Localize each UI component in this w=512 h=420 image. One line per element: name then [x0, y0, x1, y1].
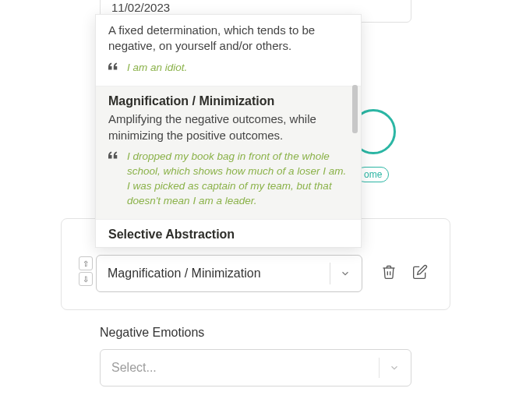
negative-emotions-select[interactable]: Select...	[100, 349, 411, 386]
tag-chip[interactable]: ome	[357, 167, 389, 182]
scrollbar-thumb[interactable]	[352, 85, 358, 133]
arrow-down-icon: ⇩	[83, 275, 89, 284]
arrow-up-icon: ⇧	[83, 259, 89, 268]
trash-icon	[381, 264, 397, 280]
date-value: 11/02/2023	[111, 1, 170, 14]
quote-icon	[108, 62, 119, 72]
distortion-example: I am an idiot.	[127, 61, 187, 76]
distortion-title: Selective Abstraction	[108, 228, 348, 242]
distortion-example: I dropped my book bag in front of the wh…	[127, 150, 348, 209]
delete-button[interactable]	[381, 264, 397, 280]
edit-icon	[412, 264, 428, 280]
move-down-button[interactable]: ⇩	[79, 272, 93, 286]
negative-emotions-section: Negative Emotions Select...	[100, 326, 411, 386]
distortion-desc: A fixed determination, which tends to be…	[108, 23, 348, 55]
distortion-select[interactable]: Magnification / Minimization	[96, 255, 362, 292]
distortion-option[interactable]: Magnification / Minimization Amplifying …	[96, 86, 361, 220]
reorder-controls: ⇧ ⇩	[79, 256, 94, 288]
distortion-title: Magnification / Minimization	[108, 94, 348, 108]
distortion-option[interactable]: A fixed determination, which tends to be…	[96, 15, 361, 86]
distortion-desc: Amplifying the negative outcomes, while …	[108, 111, 348, 143]
negative-emotions-label: Negative Emotions	[100, 326, 411, 340]
distortion-select-value: Magnification / Minimization	[108, 266, 261, 281]
quote-icon	[108, 151, 119, 161]
negative-emotions-placeholder: Select...	[111, 361, 157, 375]
move-up-button[interactable]: ⇧	[79, 256, 93, 270]
distortion-dropdown-menu: A fixed determination, which tends to be…	[95, 14, 362, 248]
distortion-option[interactable]: Selective Abstraction Missing the big pi…	[96, 220, 361, 247]
distortion-desc: Missing the big picture and getting lost…	[108, 245, 348, 247]
tag-chip-label: ome	[364, 169, 382, 180]
chevron-down-icon	[379, 358, 400, 377]
edit-button[interactable]	[412, 264, 428, 280]
chevron-down-icon	[330, 263, 351, 284]
